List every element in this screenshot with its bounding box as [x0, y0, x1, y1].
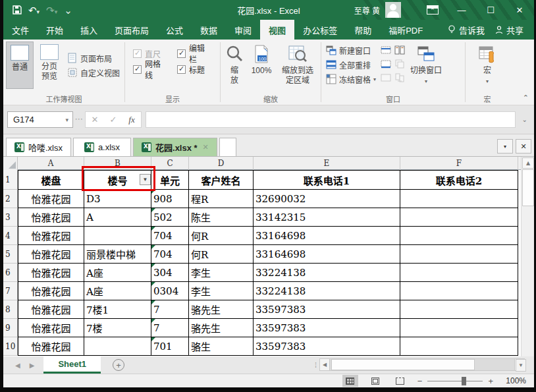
cell-C6[interactable]: 304 — [151, 264, 189, 282]
cell-A1[interactable]: 楼盘 — [18, 170, 84, 190]
new-document-tab-stub[interactable] — [219, 138, 236, 156]
cell-A4[interactable]: 怡雅花园 — [18, 227, 84, 245]
zoom-level[interactable]: 100% — [502, 376, 526, 385]
close-button[interactable]: ✕ — [505, 0, 534, 20]
cell-E6[interactable]: 33224138 — [254, 264, 400, 282]
ribbon-tab-页面布局[interactable]: 页面布局 — [106, 20, 157, 40]
cell-C2[interactable]: 908 — [151, 190, 189, 208]
page-layout-button[interactable]: 页面布局 — [65, 51, 122, 65]
cell-D10[interactable]: 骆生 — [189, 337, 254, 356]
column-header-A[interactable]: A — [18, 157, 84, 170]
ribbon-tab-福昕PDF[interactable]: 福昕PDF — [380, 20, 431, 40]
tell-me[interactable]: 告诉我 — [444, 20, 489, 40]
cell-D1[interactable]: 客户姓名 — [189, 170, 254, 190]
zoom-100-button[interactable]: 100 100% — [247, 42, 276, 89]
minimize-button[interactable]: — — [447, 0, 476, 20]
formula-input[interactable] — [146, 111, 516, 128]
cell-D4[interactable]: 何R — [189, 227, 254, 245]
page-break-preview-button[interactable]: 分页预览 — [35, 42, 64, 89]
zoom-button[interactable]: 缩放 — [223, 42, 246, 89]
tab-close-icon[interactable]: ✕ — [516, 139, 531, 154]
scroll-up-icon[interactable]: ▲ — [522, 157, 534, 169]
cell-B9[interactable]: 7楼 — [84, 319, 151, 337]
cell-D8[interactable]: 骆先生 — [189, 300, 254, 319]
cell-D7[interactable]: 李生 — [189, 282, 254, 300]
cell-A7[interactable]: 怡雅花园 — [18, 282, 84, 300]
ribbon-display-options-icon[interactable] — [418, 0, 447, 20]
cell-C10[interactable]: 701 — [151, 337, 189, 356]
cell-F6[interactable] — [400, 264, 518, 282]
column-header-F[interactable]: F — [400, 157, 518, 170]
vertical-scrollbar[interactable]: ▲ — [521, 157, 534, 356]
row-number[interactable]: 1 — [3, 170, 18, 190]
sheet-prev-icon[interactable]: ◀ — [15, 362, 20, 369]
cell-D9[interactable]: 骆先生 — [189, 319, 254, 337]
cell-F4[interactable] — [400, 227, 518, 245]
cell-A3[interactable]: 怡雅花园 — [18, 208, 84, 227]
row-number[interactable]: 3 — [3, 208, 18, 227]
cell-A8[interactable]: 怡雅花园 — [18, 300, 84, 319]
cell-B2[interactable]: D3 — [84, 190, 151, 208]
name-box-dropdown-icon[interactable]: ▾ — [65, 117, 72, 123]
doc-tab[interactable]: a.xlsx — [73, 138, 131, 156]
macros-button[interactable]: 宏▾ — [473, 42, 501, 89]
row-number[interactable]: 4 — [3, 227, 18, 245]
row-number[interactable]: 9 — [3, 319, 18, 337]
cell-C9[interactable]: 7 — [151, 319, 189, 337]
zoom-in-icon[interactable]: + — [488, 376, 493, 386]
zoom-slider[interactable] — [427, 381, 483, 381]
switch-windows-button[interactable]: 切换窗口▾ — [407, 42, 445, 89]
cell-A6[interactable]: 怡雅花园 — [18, 264, 84, 282]
arrange-all-button[interactable]: 全部重排 — [324, 57, 378, 72]
zoom-to-selection-button[interactable]: 缩放到选定区域 — [277, 42, 318, 89]
doc-tab[interactable]: 哈喽.xlsx — [6, 138, 71, 156]
user-name[interactable]: 至尊 黄 — [354, 5, 380, 16]
cell-F9[interactable] — [400, 319, 518, 337]
cell-B8[interactable]: 7楼1 — [84, 300, 151, 319]
cell-A9[interactable]: 怡雅花园 — [18, 319, 84, 337]
cell-F7[interactable] — [400, 282, 518, 300]
cell-C3[interactable]: 502 — [151, 208, 189, 227]
cell-B7[interactable]: A座 — [84, 282, 151, 300]
cell-B3[interactable]: A — [84, 208, 151, 227]
cell-E8[interactable]: 33597383 — [254, 300, 400, 319]
ribbon-tab-帮助[interactable]: 帮助 — [346, 20, 380, 40]
save-icon[interactable] — [13, 5, 22, 14]
ribbon-tab-开始[interactable]: 开始 — [38, 20, 72, 40]
vertical-scroll-thumb[interactable] — [522, 169, 534, 206]
scroll-left-icon[interactable]: ◀ — [319, 358, 330, 371]
customize-qat-icon[interactable]: ⌄ — [64, 5, 72, 15]
cell-F8[interactable] — [400, 300, 518, 319]
cell-A5[interactable]: 怡雅花园 — [18, 245, 84, 264]
zoom-out-icon[interactable]: − — [417, 376, 423, 386]
doc-tab[interactable]: 花园.xlsx *✕ — [133, 138, 217, 156]
view-side-by-side-button[interactable] — [393, 43, 406, 56]
scroll-down-icon[interactable]: ▼ — [516, 359, 526, 372]
row-number[interactable]: 7 — [3, 282, 18, 300]
page-layout-status-icon[interactable] — [367, 375, 383, 387]
cell-F5[interactable] — [400, 245, 518, 264]
cell-F3[interactable] — [400, 208, 518, 227]
ribbon-tab-审阅[interactable]: 审阅 — [226, 20, 260, 40]
cell-A2[interactable]: 怡雅花园 — [18, 190, 84, 208]
custom-views-button[interactable]: 自定义视图 — [65, 65, 122, 80]
cell-B5[interactable]: 丽景楼中梯 — [84, 245, 151, 264]
normal-view-button[interactable]: 普通 — [6, 42, 34, 89]
split-button[interactable] — [379, 43, 392, 56]
ribbon-tab-公式[interactable]: 公式 — [157, 20, 192, 40]
row-number[interactable]: 6 — [3, 264, 18, 282]
ribbon-tab-办公标签[interactable]: 办公标签 — [294, 20, 346, 40]
tab-list-dropdown-icon[interactable]: ▾ — [497, 139, 513, 154]
column-header-E[interactable]: E — [254, 157, 400, 170]
cell-F10[interactable] — [400, 337, 518, 356]
cell-D3[interactable]: 陈生 — [189, 208, 254, 227]
formula-bar-checkbox[interactable]: 编辑栏 — [177, 45, 212, 61]
expand-formula-bar-icon[interactable]: ⌄ — [520, 116, 530, 123]
filter-dropdown-button[interactable]: ▼ — [140, 174, 151, 185]
row-number[interactable]: 5 — [3, 245, 18, 264]
formula-bar-splitter[interactable]: ⋮ — [77, 115, 81, 124]
collapse-ribbon-icon[interactable]: ⌃ — [523, 94, 529, 102]
zoom-slider-thumb[interactable] — [462, 377, 466, 385]
cell-C4[interactable]: 704 — [151, 227, 189, 245]
maximize-button[interactable]: ☐ — [476, 0, 505, 20]
